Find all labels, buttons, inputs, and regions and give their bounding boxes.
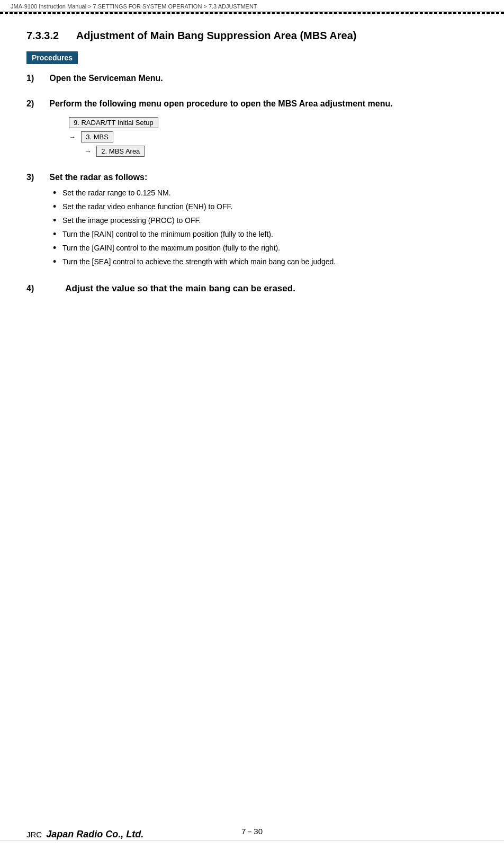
bullet-list: Set the radar range to 0.125 NM. Set the… (53, 187, 478, 267)
bullet-text-3: Set the image processing (PROC) to OFF. (62, 216, 201, 225)
footer-company: JRC Japan Radio Co., Ltd. (26, 829, 143, 840)
bullet-item-6: Turn the [SEA] control to achieve the st… (53, 256, 478, 267)
page-number: 7－30 (241, 827, 263, 837)
menu-item-1: 9. RADAR/TT Initial Setup (69, 117, 158, 128)
step-1-label: 1) Open the Serviceman Menu. (26, 74, 478, 83)
section-title: Adjustment of Main Bang Suppression Area… (76, 30, 357, 41)
bullet-item-1: Set the radar range to 0.125 NM. (53, 187, 478, 199)
step-3: 3) Set the radar as follows: Set the rad… (26, 173, 478, 267)
menu-row-1: 9. RADAR/TT Initial Setup (69, 117, 478, 128)
section-number: 7.3.3.2 (26, 30, 59, 41)
bullet-text-1: Set the radar range to 0.125 NM. (62, 189, 171, 197)
menu-arrow-2: → (84, 147, 91, 155)
menu-item-3: 2. MBS Area (96, 146, 145, 157)
menu-row-3: → 2. MBS Area (69, 146, 478, 157)
step-3-number: 3) (26, 173, 42, 182)
jrc-logo-box: JRC (26, 830, 42, 839)
section-heading: 7.3.3.2 Adjustment of Main Bang Suppress… (26, 30, 478, 42)
bullet-item-4: Turn the [RAIN] control to the minimum p… (53, 229, 478, 240)
step-1-text: Open the Serviceman Menu. (49, 74, 163, 83)
breadcrumb-text: JMA-9100 Instruction Manual > 7.SETTINGS… (11, 3, 257, 10)
bullet-text-4: Turn the [RAIN] control to the minimum p… (62, 230, 273, 238)
step-2-label: 2) Perform the following menu open proce… (26, 99, 478, 109)
step-1-number: 1) (26, 74, 42, 83)
step-1: 1) Open the Serviceman Menu. (26, 74, 478, 83)
bullet-item-3: Set the image processing (PROC) to OFF. (53, 215, 478, 226)
breadcrumb: JMA-9100 Instruction Manual > 7.SETTINGS… (0, 0, 504, 12)
menu-row-2: → 3. MBS (69, 131, 478, 142)
bullet-item-2: Set the radar video enhance function (EN… (53, 201, 478, 212)
procedures-badge: Procedures (26, 51, 78, 64)
step-4-text: Adjust the value so that the main bang c… (65, 283, 295, 293)
footer: JRC Japan Radio Co., Ltd. 7－30 (0, 841, 504, 847)
menu-arrow-1: → (69, 133, 76, 141)
bullet-text-6: Turn the [SEA] control to achieve the st… (62, 257, 336, 266)
bullet-item-5: Turn the [GAIN] control to the maximum p… (53, 243, 478, 254)
step-3-label: 3) Set the radar as follows: (26, 173, 478, 182)
step-4-label: 4) Adjust the value so that the main ban… (26, 283, 478, 294)
bullet-text-5: Turn the [GAIN] control to the maximum p… (62, 244, 280, 252)
company-name: Japan Radio Co., Ltd. (46, 829, 143, 840)
menu-path: 9. RADAR/TT Initial Setup → 3. MBS → 2. … (69, 117, 478, 157)
step-4-number: 4) (26, 284, 42, 293)
step-2-text: Perform the following menu open procedur… (49, 99, 392, 108)
step-3-text: Set the radar as follows: (49, 173, 147, 182)
step-2-number: 2) (26, 99, 42, 109)
step-2: 2) Perform the following menu open proce… (26, 99, 478, 157)
menu-item-2: 3. MBS (81, 131, 113, 142)
main-content: 7.3.3.2 Adjustment of Main Bang Suppress… (0, 14, 504, 331)
bullet-text-2: Set the radar video enhance function (EN… (62, 202, 232, 211)
step-4: 4) Adjust the value so that the main ban… (26, 283, 478, 294)
